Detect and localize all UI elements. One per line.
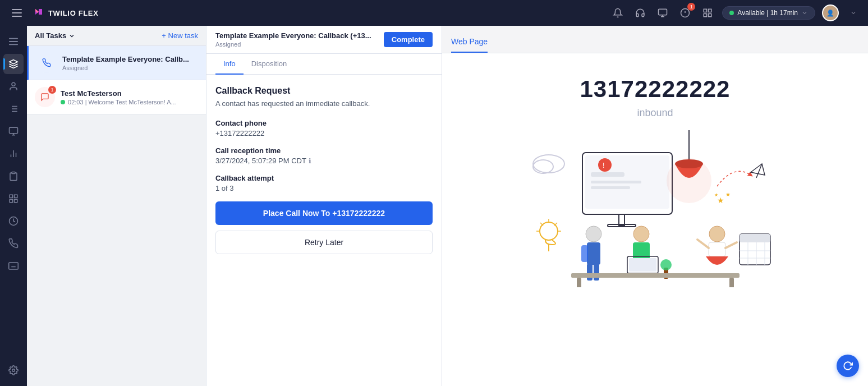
task-title: Test McTesterson (61, 89, 198, 98)
sidebar-item-clock[interactable] (3, 211, 24, 231)
svg-rect-73 (729, 278, 734, 287)
svg-rect-68 (629, 258, 656, 272)
app-logo: TWILIO FLEX (33, 7, 98, 19)
svg-line-77 (725, 242, 737, 248)
svg-point-56 (667, 158, 711, 203)
expand-icon[interactable] (846, 5, 861, 21)
new-task-button[interactable]: + New task (162, 31, 198, 40)
notification-bell-icon[interactable] (610, 5, 626, 21)
web-page-tab[interactable]: Web Page (451, 31, 488, 53)
call-type-label: inbound (637, 107, 673, 119)
svg-point-42 (12, 369, 15, 372)
sidebar-item-monitor[interactable] (3, 121, 24, 141)
retry-later-button[interactable]: Retry Later (215, 231, 433, 254)
illustration: ! ★ ★ (515, 130, 796, 287)
callback-request-desc: A contact has requested an immediate cal… (215, 99, 433, 108)
complete-button[interactable]: Complete (384, 32, 433, 47)
svg-rect-15 (9, 44, 18, 45)
svg-point-60 (586, 226, 601, 242)
status-badge[interactable]: Available | 1h 17min (722, 6, 815, 20)
alert-badge: 1 (687, 3, 695, 11)
svg-rect-36 (9, 263, 19, 269)
sidebar-item-clipboard[interactable] (3, 166, 24, 186)
svg-rect-63 (587, 264, 593, 281)
svg-text:!: ! (603, 162, 604, 169)
svg-point-44 (533, 160, 553, 173)
svg-rect-34 (15, 200, 17, 203)
menu-toggle[interactable] (7, 3, 27, 23)
chevron-down-icon (68, 33, 75, 39)
callback-request-title: Callback Request (215, 86, 433, 96)
sidebar-item-list[interactable] (3, 99, 24, 119)
headset-icon[interactable] (632, 5, 648, 21)
svg-rect-33 (10, 200, 12, 203)
svg-rect-75 (709, 242, 725, 256)
svg-rect-79 (740, 234, 770, 242)
sidebar-item-grid[interactable] (3, 189, 24, 209)
svg-rect-10 (709, 9, 711, 12)
task-filter-dropdown[interactable]: All Tasks (35, 31, 75, 40)
alert-icon[interactable]: 1 (677, 5, 693, 21)
detail-panel-subtitle: Assigned (215, 41, 371, 48)
tab-info[interactable]: Info (215, 54, 244, 75)
svg-marker-16 (10, 60, 18, 65)
svg-rect-2 (12, 16, 22, 17)
svg-rect-1 (12, 12, 22, 13)
task-item[interactable]: Template Example Everyone: Callb... Assi… (27, 46, 206, 80)
svg-point-65 (633, 226, 649, 242)
info-content: Callback Request A contact has requested… (206, 75, 442, 386)
web-panel: Web Page 13172222222 inbound (442, 26, 868, 386)
callback-attempt-field: Callback attempt 1 of 3 (215, 174, 433, 192)
task-filter-label: All Tasks (35, 31, 66, 40)
sidebar-item-keyboard[interactable] (3, 256, 24, 276)
tab-disposition[interactable]: Disposition (244, 54, 295, 75)
task-panel-header: All Tasks + New task (27, 26, 206, 46)
svg-rect-9 (704, 9, 707, 12)
svg-text:★: ★ (725, 191, 731, 197)
status-label: Available | 1h 17min (737, 9, 798, 17)
sidebar-item-menu[interactable] (3, 31, 24, 52)
task-item[interactable]: 1 Test McTesterson 02:03 | Welcome Test … (27, 80, 206, 114)
task-badge: 1 (48, 86, 56, 94)
grid-icon[interactable] (700, 5, 715, 21)
detail-panel-header: Template Example Everyone: Callback (+13… (206, 26, 442, 54)
online-indicator (61, 100, 65, 104)
svg-line-76 (697, 240, 709, 248)
phone-number-display: 13172222222 (580, 76, 731, 103)
task-phone-icon (36, 53, 57, 73)
svg-rect-3 (659, 9, 667, 15)
avatar[interactable]: 👤 (822, 4, 839, 21)
call-reception-field: Call reception time 3/27/2024, 5:07:29 P… (215, 146, 433, 165)
sidebar-item-person[interactable] (3, 76, 24, 96)
task-subtitle: Assigned (62, 65, 198, 71)
svg-rect-49 (591, 186, 630, 189)
svg-rect-12 (709, 14, 711, 17)
svg-rect-72 (577, 278, 581, 287)
sidebar-item-layers[interactable] (3, 54, 24, 74)
task-panel: All Tasks + New task Template Example Ev… (27, 26, 206, 386)
contact-phone-field: Contact phone +13172222222 (215, 119, 433, 137)
status-indicator (729, 11, 734, 15)
contact-phone-label: Contact phone (215, 119, 433, 127)
sidebar-item-bar-chart[interactable] (3, 144, 24, 164)
sidebar-item-phone-wave[interactable] (3, 233, 24, 254)
svg-point-70 (660, 259, 672, 270)
call-reception-label: Call reception time (215, 146, 433, 155)
svg-rect-64 (594, 264, 599, 281)
info-icon[interactable]: ℹ (309, 157, 311, 165)
svg-rect-0 (12, 9, 22, 10)
sidebar-item-settings[interactable] (3, 360, 24, 380)
svg-rect-30 (12, 172, 15, 174)
task-title: Template Example Everyone: Callb... (62, 55, 198, 63)
svg-rect-61 (587, 242, 600, 265)
place-call-button[interactable]: Place Call Now To +13172222222 (215, 201, 433, 225)
svg-rect-13 (9, 38, 18, 39)
callback-attempt-label: Callback attempt (215, 174, 433, 182)
refresh-button[interactable] (837, 355, 859, 377)
screen-icon[interactable] (655, 5, 670, 21)
svg-rect-32 (15, 195, 17, 197)
callback-attempt-value: 1 of 3 (215, 184, 433, 192)
task-subtitle: 02:03 | Welcome Test McTesterson! A... (61, 99, 198, 105)
icon-sidebar (0, 26, 27, 386)
svg-rect-31 (10, 195, 12, 197)
